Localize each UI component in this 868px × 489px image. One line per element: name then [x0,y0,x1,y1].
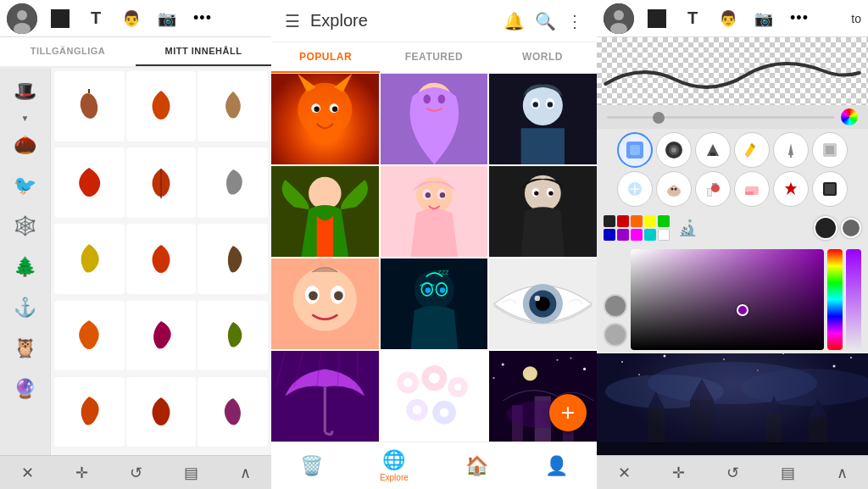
color-gradient-picker[interactable] [631,249,824,350]
marker-brush-tool[interactable] [695,132,731,168]
sidebar-sticker-acorn[interactable]: 🌰 [7,126,44,164]
right-undo-icon[interactable]: ↺ [726,464,739,482]
list-item[interactable] [126,147,197,218]
watercolor-brush-tool[interactable] [617,132,653,168]
right-camera-add-icon[interactable]: 📷 [751,6,776,31]
search-icon[interactable]: 🔍 [535,11,556,31]
tab-featured[interactable]: FEATURED [380,42,488,73]
color-swatch-red[interactable] [617,215,629,227]
gallery-item[interactable] [271,258,379,349]
color-swatch-cyan[interactable] [644,229,656,241]
color-swatch-white[interactable] [658,229,670,241]
nav-trash[interactable]: 🗑️ [300,455,323,477]
right-square-tool-icon[interactable] [644,6,670,31]
bell-icon[interactable]: 🔔 [504,11,525,31]
square-tool-icon[interactable] [47,6,73,31]
nav-profile[interactable]: 👤 [545,455,568,477]
color-swatch-black[interactable] [604,215,615,227]
gallery-item[interactable] [381,166,488,257]
foreground-color-swatch[interactable] [814,216,837,240]
list-item[interactable] [198,71,268,142]
color-wheel-icon[interactable] [841,108,858,125]
fab-add-button[interactable]: + [549,394,587,431]
color-swatch-orange[interactable] [631,215,643,227]
size-slider-thumb[interactable] [653,112,665,124]
avatar-icon[interactable] [7,3,37,34]
color-swatch-green[interactable] [658,215,670,227]
list-item[interactable] [54,71,125,142]
sidebar-sticker-tree[interactable]: 🌲 [7,248,44,286]
list-item[interactable] [54,301,125,371]
pen-brush-tool[interactable] [656,132,692,168]
text-tool-icon[interactable]: T [83,6,108,31]
smudge-tool[interactable] [656,171,692,207]
gallery-item[interactable]: zzz [381,258,488,349]
color-swatch-purple[interactable] [617,229,629,241]
sidebar-sticker-web[interactable]: 🕸️ [7,208,44,245]
right-move-icon[interactable]: ✛ [672,464,685,482]
tab-popular[interactable]: POPULAR [271,42,380,73]
gallery-item[interactable] [271,351,379,442]
list-item[interactable] [198,224,268,294]
close-icon[interactable]: ✕ [21,464,34,482]
mustache-icon[interactable]: 👨 [119,6,144,31]
right-avatar-icon[interactable] [604,3,634,34]
hue-slider[interactable] [827,249,843,350]
right-layers-icon[interactable]: ▤ [781,464,795,482]
list-item[interactable] [126,301,197,371]
brush-opacity-circle-1[interactable] [604,294,627,318]
right-more-icon[interactable]: ••• [787,6,812,31]
nav-home[interactable]: 🏠 [465,455,488,477]
opacity-slider[interactable] [846,249,861,350]
tab-tillgangliga[interactable]: TILLGÄNGLIGA [0,37,136,66]
list-item[interactable] [126,224,197,294]
color-swatch-magenta[interactable] [631,229,643,241]
more-icon[interactable]: ••• [190,6,215,31]
nav-explore[interactable]: 🌐 Explore [380,449,409,482]
right-close-icon[interactable]: ✕ [618,464,631,482]
color-swatch-blue[interactable] [604,229,615,241]
list-item[interactable] [54,377,125,447]
sidebar-sticker-gem[interactable]: 🔮 [7,370,44,408]
sidebar-sticker-mustache[interactable]: 🎩 [7,73,44,110]
move-icon[interactable]: ✛ [75,464,88,482]
wet-tool[interactable] [695,171,731,207]
camera-add-icon[interactable]: 📷 [154,6,180,31]
layers-icon[interactable]: ▤ [184,464,198,482]
stamp-tool[interactable] [773,171,809,207]
sidebar-sticker-owl[interactable]: 🦉 [7,330,44,367]
list-item[interactable] [54,224,125,294]
color-swatch-yellow[interactable] [644,215,656,227]
fill-tool[interactable] [812,171,848,207]
hamburger-icon[interactable]: ☰ [285,11,300,31]
gallery-item[interactable] [271,74,379,164]
sidebar-sticker-anchor[interactable]: ⚓ [7,289,44,326]
right-expand-icon[interactable]: ∧ [837,464,848,482]
right-text-tool-icon[interactable]: T [680,6,705,31]
smear-tool[interactable] [812,132,848,168]
tab-mitt-innehall[interactable]: MITT INNEHÅLL [136,37,271,66]
expand-icon[interactable]: ∧ [240,464,251,482]
list-item[interactable] [126,71,197,142]
gallery-item[interactable] [489,166,597,257]
sidebar-sticker-bird[interactable]: 🐦 [7,167,44,204]
airbrush-tool[interactable] [773,132,809,168]
pencil-brush-tool[interactable] [734,132,770,168]
right-mustache-icon[interactable]: 👨 [715,6,741,31]
gallery-item[interactable] [381,74,488,164]
tab-world[interactable]: WORLD [488,42,597,73]
gallery-item[interactable] [271,166,379,257]
eraser-tool[interactable] [734,171,770,207]
brush-opacity-circle-2[interactable] [604,323,627,347]
gallery-item[interactable] [489,351,597,442]
gallery-item[interactable] [489,258,597,349]
size-slider-track[interactable] [607,116,834,119]
list-item[interactable] [126,377,197,447]
more-icon[interactable]: ⋮ [566,11,583,31]
gallery-item[interactable] [381,351,488,442]
glitter-tool[interactable] [617,171,653,207]
list-item[interactable] [198,301,268,371]
background-color-swatch[interactable] [841,218,861,238]
undo-icon[interactable]: ↺ [130,464,142,482]
eyedropper-icon[interactable]: 🔬 [678,219,697,237]
